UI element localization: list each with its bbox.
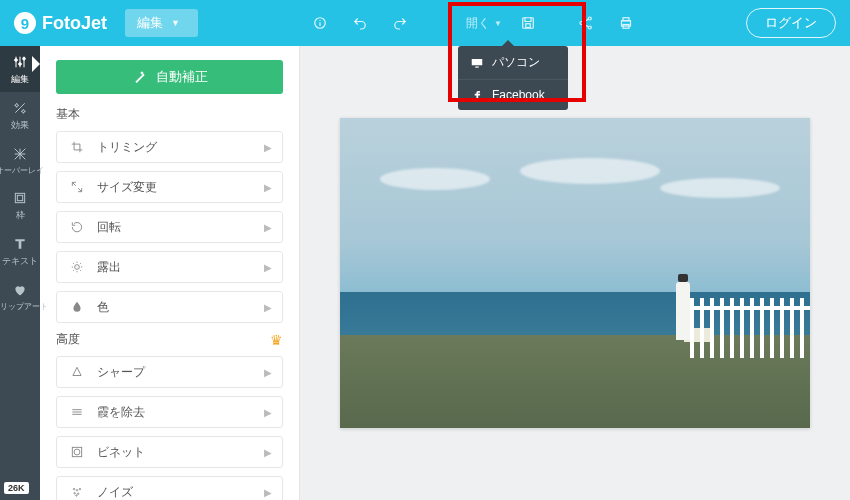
print-icon[interactable] bbox=[606, 0, 646, 46]
crown-icon: ♛ bbox=[270, 332, 283, 348]
rail-edit[interactable]: 編集 bbox=[0, 46, 40, 92]
row-dehaze-label: 霞を除去 bbox=[97, 404, 145, 421]
logo[interactable]: 9 FotoJet bbox=[0, 12, 121, 34]
rail-frame[interactable]: 枠 bbox=[0, 182, 40, 228]
svg-point-21 bbox=[79, 488, 80, 489]
row-exposure-label: 露出 bbox=[97, 259, 121, 276]
row-rotate[interactable]: 回転 ▶ bbox=[56, 211, 283, 243]
logo-icon: 9 bbox=[14, 12, 36, 34]
row-crop-label: トリミング bbox=[97, 139, 157, 156]
caret-down-icon: ▼ bbox=[494, 19, 502, 28]
row-sharpen[interactable]: シャープ ▶ bbox=[56, 356, 283, 388]
row-sharpen-label: シャープ bbox=[97, 364, 145, 381]
chevron-right-icon: ▶ bbox=[264, 447, 272, 458]
chevron-right-icon: ▶ bbox=[264, 182, 272, 193]
chevron-right-icon: ▶ bbox=[264, 222, 272, 233]
open-from-computer-label: パソコン bbox=[492, 54, 540, 71]
top-center-tools: 開く ▼ ログイン bbox=[300, 0, 850, 46]
undo-icon[interactable] bbox=[340, 0, 380, 46]
svg-rect-7 bbox=[623, 18, 629, 21]
svg-rect-15 bbox=[17, 195, 22, 200]
auto-fix-label: 自動補正 bbox=[156, 68, 208, 86]
svg-point-18 bbox=[74, 449, 80, 455]
open-from-facebook[interactable]: Facebook bbox=[458, 79, 568, 110]
open-menu[interactable]: 開く ▼ bbox=[460, 0, 508, 46]
svg-rect-2 bbox=[526, 24, 531, 28]
chevron-right-icon: ▶ bbox=[264, 142, 272, 153]
svg-rect-10 bbox=[475, 66, 479, 67]
row-vignette[interactable]: ビネット ▶ bbox=[56, 436, 283, 468]
row-vignette-label: ビネット bbox=[97, 444, 145, 461]
row-dehaze[interactable]: 霞を除去 ▶ bbox=[56, 396, 283, 428]
facebook-icon bbox=[470, 88, 484, 102]
rail-overlay-label: オーバーレイ bbox=[0, 165, 44, 176]
login-label: ログイン bbox=[765, 15, 817, 30]
canvas-image[interactable] bbox=[340, 118, 810, 428]
rail-clipart-label: クリップアート bbox=[0, 301, 48, 312]
svg-point-23 bbox=[77, 493, 78, 494]
rail-effect[interactable]: 効果 bbox=[0, 92, 40, 138]
mode-select[interactable]: 編集 ▼ bbox=[125, 9, 198, 37]
svg-point-11 bbox=[15, 59, 18, 62]
color-icon bbox=[67, 300, 87, 314]
app-body: 編集 効果 オーバーレイ 枠 テキスト クリップアート 26K bbox=[0, 46, 850, 500]
rail-edit-label: 編集 bbox=[11, 73, 29, 86]
chevron-right-icon: ▶ bbox=[264, 407, 272, 418]
top-bar: 9 FotoJet 編集 ▼ 開く ▼ bbox=[0, 0, 850, 46]
resize-icon bbox=[67, 180, 87, 194]
svg-rect-1 bbox=[523, 18, 534, 29]
rotate-icon bbox=[67, 220, 87, 234]
caret-down-icon: ▼ bbox=[171, 18, 180, 28]
basic-section-title: 基本 bbox=[56, 106, 283, 123]
svg-point-5 bbox=[588, 26, 591, 29]
share-icon[interactable] bbox=[566, 0, 606, 46]
rail-text-label: テキスト bbox=[2, 255, 38, 268]
svg-point-19 bbox=[73, 488, 74, 489]
open-from-facebook-label: Facebook bbox=[492, 88, 545, 102]
exposure-icon bbox=[67, 260, 87, 274]
auto-fix-button[interactable]: 自動補正 bbox=[56, 60, 283, 94]
noise-icon bbox=[67, 485, 87, 499]
left-rail: 編集 効果 オーバーレイ 枠 テキスト クリップアート 26K bbox=[0, 46, 40, 500]
svg-rect-9 bbox=[472, 58, 483, 64]
rail-effect-label: 効果 bbox=[11, 119, 29, 132]
brand-name: FotoJet bbox=[42, 13, 107, 34]
login-button[interactable]: ログイン bbox=[746, 8, 836, 38]
row-resize-label: サイズ変更 bbox=[97, 179, 157, 196]
rail-counter-badge: 26K bbox=[4, 482, 29, 494]
chevron-right-icon: ▶ bbox=[264, 262, 272, 273]
vignette-icon bbox=[67, 445, 87, 459]
redo-icon[interactable] bbox=[380, 0, 420, 46]
wand-icon bbox=[132, 69, 148, 85]
open-dropdown: パソコン Facebook bbox=[458, 46, 568, 110]
svg-point-13 bbox=[23, 57, 26, 60]
rail-text[interactable]: テキスト bbox=[0, 228, 40, 274]
advanced-section-title: 高度 ♛ bbox=[56, 331, 283, 348]
open-from-computer[interactable]: パソコン bbox=[458, 46, 568, 79]
row-exposure[interactable]: 露出 ▶ bbox=[56, 251, 283, 283]
mode-label: 編集 bbox=[137, 14, 163, 32]
monitor-icon bbox=[470, 56, 484, 70]
hint-icon[interactable] bbox=[300, 0, 340, 46]
svg-point-3 bbox=[580, 22, 583, 25]
rail-clipart[interactable]: クリップアート bbox=[0, 274, 40, 318]
basic-section-label: 基本 bbox=[56, 106, 80, 123]
chevron-right-icon: ▶ bbox=[264, 302, 272, 313]
rail-overlay[interactable]: オーバーレイ bbox=[0, 138, 40, 182]
open-label: 開く bbox=[466, 15, 490, 32]
svg-point-12 bbox=[19, 63, 22, 66]
edit-panel: 自動補正 基本 トリミング ▶ サイズ変更 ▶ 回転 bbox=[40, 46, 300, 500]
row-noise-label: ノイズ bbox=[97, 484, 133, 501]
chevron-right-icon: ▶ bbox=[264, 487, 272, 498]
svg-point-16 bbox=[75, 265, 80, 270]
row-color-label: 色 bbox=[97, 299, 109, 316]
row-color[interactable]: 色 ▶ bbox=[56, 291, 283, 323]
svg-point-24 bbox=[76, 495, 77, 496]
svg-point-22 bbox=[74, 492, 75, 493]
chevron-right-icon: ▶ bbox=[264, 367, 272, 378]
rail-frame-label: 枠 bbox=[16, 209, 25, 222]
svg-point-20 bbox=[76, 490, 77, 491]
row-resize[interactable]: サイズ変更 ▶ bbox=[56, 171, 283, 203]
row-noise[interactable]: ノイズ ▶ bbox=[56, 476, 283, 500]
row-crop[interactable]: トリミング ▶ bbox=[56, 131, 283, 163]
